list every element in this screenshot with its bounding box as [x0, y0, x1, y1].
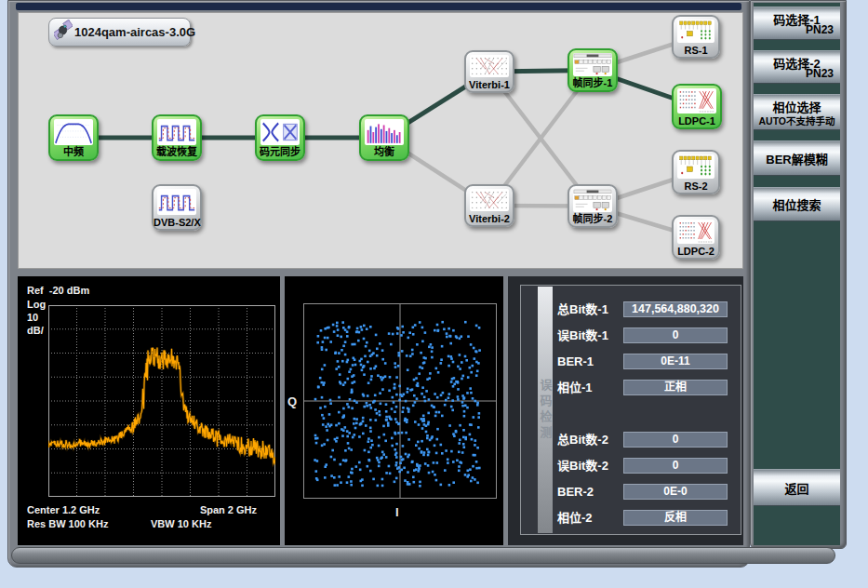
block-label: RS-2	[674, 180, 718, 192]
rs-icon	[677, 20, 714, 43]
rbw-label: Res BW 100 KHz	[27, 518, 108, 529]
stat-value-5: 0	[623, 432, 728, 448]
spectrum-plot	[48, 305, 275, 497]
stat-label-2: 误Bit数-1	[557, 327, 608, 343]
ber-strip-label: 误码检测	[537, 379, 554, 442]
blocks-layer: 中频载波恢复码元同步均衡DVB-S2/XViterbi-1Viterbi-2帧同…	[19, 13, 742, 268]
stat-value-4: 正相	[623, 380, 728, 395]
block-framesync2[interactable]: 帧同步-2	[568, 184, 618, 228]
stat-value-6: 0	[623, 458, 728, 474]
receiver-app: 中频载波恢复码元同步均衡DVB-S2/XViterbi-1Viterbi-2帧同…	[0, 0, 868, 588]
button-value: PN23	[806, 67, 834, 80]
viterbi-icon	[470, 189, 509, 211]
stat-value-2: 0	[623, 327, 728, 343]
stat-label-5: 总Bit数-2	[557, 432, 608, 448]
rs-icon	[677, 154, 714, 179]
button-value: PN23	[806, 23, 834, 36]
stat-value-8: 反相	[623, 510, 728, 526]
title-strip	[16, 3, 741, 10]
block-label: 均衡	[361, 143, 407, 158]
scale-label-db: dB/	[27, 325, 44, 336]
sidebar-button-5[interactable]: 相位搜索	[754, 187, 840, 221]
ldpc-icon	[677, 88, 716, 114]
block-ldpc1[interactable]: LDPC-1	[672, 84, 722, 129]
sidebar-menu: 码选择-1PN23码选择-2PN23相位选择AUTO不支持手动BER解模糊相位搜…	[754, 3, 840, 545]
window-bottom-bar	[11, 547, 835, 564]
sidebar-window: 码选择-1PN23码选择-2PN23相位选择AUTO不支持手动BER解模糊相位搜…	[750, 0, 847, 549]
block-carrier[interactable]: 载波恢复	[152, 114, 202, 161]
i-axis-label: I	[395, 505, 399, 519]
sidebar-button-2[interactable]: 码选择-2PN23	[754, 50, 840, 84]
block-dvbs2x[interactable]: DVB-S2/X	[152, 184, 202, 231]
q-axis-label: Q	[287, 394, 297, 408]
block-symsync[interactable]: 码元同步	[255, 114, 305, 161]
stat-label-6: 误Bit数-2	[557, 458, 608, 474]
if-icon	[54, 119, 93, 145]
block-label: DVB-S2/X	[154, 217, 200, 228]
block-label: 载波恢复	[154, 143, 200, 158]
block-label: 码元同步	[257, 143, 303, 158]
stat-label-4: 相位-1	[557, 380, 593, 395]
ber-stats-panel: 误码检测 总Bit数-1147,564,880,320误Bit数-10BER-1…	[508, 276, 743, 545]
block-viterbi2[interactable]: Viterbi-2	[464, 184, 514, 227]
signal-chain-canvas: 中频载波恢复码元同步均衡DVB-S2/XViterbi-1Viterbi-2帧同…	[18, 12, 743, 269]
viterbi-icon	[470, 55, 509, 77]
ber-stats-box: 误码检测 总Bit数-1147,564,880,320误Bit数-10BER-1…	[520, 285, 741, 535]
scale-label-log: Log	[27, 299, 46, 310]
framesync-icon	[573, 53, 612, 76]
constellation-panel: Q I	[285, 276, 503, 545]
block-if[interactable]: 中频	[48, 114, 99, 161]
block-rs2[interactable]: RS-2	[672, 150, 720, 194]
block-rs1[interactable]: RS-1	[672, 15, 720, 59]
satellite-icon	[54, 20, 73, 46]
block-label: Viterbi-2	[466, 213, 513, 224]
stat-value-1: 147,564,880,320	[623, 301, 728, 317]
center-freq-label: Center 1.2 GHz	[27, 504, 100, 515]
block-equalizer[interactable]: 均衡	[359, 114, 409, 161]
sidebar-button-4[interactable]: BER解模糊	[754, 140, 840, 176]
ldpc-icon	[677, 220, 714, 244]
block-label: 帧同步-1	[569, 74, 616, 89]
block-viterbi1[interactable]: Viterbi-1	[464, 50, 514, 93]
scale-label-10: 10	[27, 312, 38, 323]
ref-level-label: Ref -20 dBm	[27, 285, 89, 296]
framesync-icon	[573, 189, 612, 212]
button-value: AUTO不支持手动	[754, 114, 840, 127]
stat-label-7: BER-2	[557, 484, 594, 500]
span-label: Span 2 GHz	[200, 504, 257, 515]
carrier-icon	[157, 189, 196, 215]
stat-label-8: 相位-2	[557, 510, 593, 526]
button-label: 相位搜索	[772, 195, 821, 213]
constellation-plot	[303, 303, 497, 499]
scenario-label: 1024qam-aircas-3.0G	[74, 25, 195, 39]
block-ldpc2[interactable]: LDPC-2	[672, 215, 720, 260]
sidebar-button-3[interactable]: 相位选择AUTO不支持手动	[754, 94, 840, 130]
block-label: LDPC-2	[674, 246, 718, 257]
main-window: 中频载波恢复码元同步均衡DVB-S2/XViterbi-1Viterbi-2帧同…	[7, 0, 750, 568]
stat-value-3: 0E-11	[623, 354, 728, 369]
scenario-button[interactable]: 1024qam-aircas-3.0G	[48, 18, 191, 47]
block-framesync1[interactable]: 帧同步-1	[568, 48, 618, 92]
vbw-label: VBW 10 KHz	[151, 518, 211, 529]
block-label: Viterbi-1	[466, 79, 513, 90]
carrier-icon	[157, 119, 196, 145]
block-label: LDPC-1	[674, 115, 720, 127]
stat-label-1: 总Bit数-1	[557, 301, 608, 317]
stat-label-3: BER-1	[557, 354, 594, 369]
constellation-dots	[314, 321, 481, 488]
spectrum-panel: Ref -20 dBm Log 10 dB/ Center 1.2 GHz Sp…	[18, 276, 280, 545]
symbolsync-icon	[260, 119, 300, 145]
sidebar-button-1[interactable]: 码选择-1PN23	[754, 7, 840, 40]
block-label: 帧同步-2	[569, 210, 616, 225]
button-label: BER解模糊	[766, 150, 827, 167]
block-label: 中频	[50, 143, 97, 158]
back-button[interactable]: 返回	[754, 469, 840, 506]
ber-strip: 误码检测	[538, 287, 553, 533]
stat-value-7: 0E-0	[623, 484, 728, 500]
block-label: RS-1	[674, 45, 718, 56]
equalizer-icon	[365, 119, 404, 145]
back-button-label: 返回	[784, 479, 808, 497]
